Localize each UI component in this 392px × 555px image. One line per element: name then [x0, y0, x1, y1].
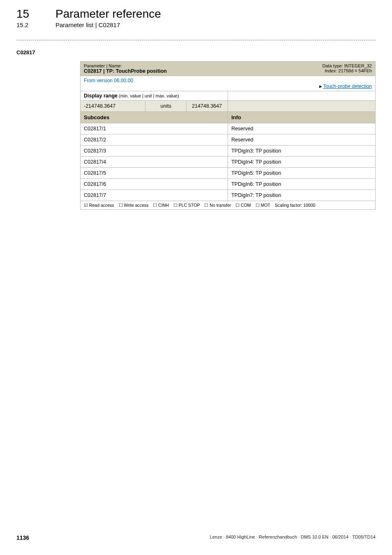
horizontal-rule [16, 40, 376, 40]
version-text: From version 06.00.00 [84, 78, 133, 83]
subcode-cell: C02817/2 [81, 134, 228, 146]
unit-value: units [145, 101, 187, 112]
plc-stop-flag: ☐ PLC STOP [173, 203, 200, 208]
footer-text: Lenze · 8400 HighLine · Referenzhandbuch… [210, 534, 376, 541]
touch-probe-link[interactable]: Touch-probe detection [323, 83, 372, 89]
info-cell: Reserved [228, 134, 375, 146]
table-row: C02817/7 TPDigIn7: TP position [81, 190, 376, 201]
cinh-flag: ☐ CINH [153, 203, 169, 208]
section-title: Parameter list | C02817 [55, 21, 120, 28]
info-cell: TPDigIn6: TP position [228, 179, 375, 190]
link-row: ▶Touch-probe detection [81, 83, 376, 91]
chapter-number: 15 [16, 7, 55, 21]
scaling-factor: Scaling factor: 10000 [275, 203, 316, 208]
mot-flag: ☐ MOT [256, 203, 270, 208]
table-row: C02817/6 TPDigIn6: TP position [81, 179, 376, 190]
page-number: 1136 [16, 534, 29, 541]
table-row: C02817/3 TPDigIn3: TP position [81, 146, 376, 157]
table-header-row: Parameter | Name: C02817 | TP: TouchProb… [81, 62, 376, 76]
info-cell: TPDigIn3: TP position [228, 146, 375, 157]
subcodes-label: Subcodes [81, 112, 228, 123]
chapter-line: 15 Parameter reference [16, 7, 392, 21]
access-footer-row: ☑ Read access ☐ Write access ☐ CINH ☐ PL… [81, 201, 376, 210]
parameter-code-heading: C02817 [16, 49, 392, 56]
subcodes-header-row: Subcodes Info [81, 112, 376, 123]
triangle-icon: ▶ [319, 84, 322, 88]
subcode-cell: C02817/5 [81, 168, 228, 179]
table-row: C02817/4 TPDigIn4: TP position [81, 157, 376, 168]
write-access-flag: ☐ Write access [119, 203, 149, 208]
subcode-cell: C02817/3 [81, 146, 228, 157]
com-flag: ☐ COM [235, 203, 251, 208]
sub-line: 15.2 Parameter list | C02817 [16, 21, 392, 28]
parameter-table: Parameter | Name: C02817 | TP: TouchProb… [80, 61, 376, 210]
empty-cell [228, 101, 375, 112]
subcode-cell: C02817/4 [81, 157, 228, 168]
access-flags: ☑ Read access ☐ Write access ☐ CINH ☐ PL… [84, 203, 372, 208]
min-value: -214748.3647 [81, 101, 145, 112]
parameter-name: C02817 | TP: TouchProbe position [84, 68, 167, 74]
data-type: Data type: INTEGER_32 [323, 63, 372, 68]
page-footer: 1136 Lenze · 8400 HighLine · Referenzhan… [16, 534, 376, 541]
parameter-label: Parameter | Name: [84, 63, 167, 68]
table-row: C02817/5 TPDigIn5: TP position [81, 168, 376, 179]
table-row: C02817/2 Reserved [81, 134, 376, 146]
info-cell: TPDigIn7: TP position [228, 190, 375, 201]
version-row: From version 06.00.00 [81, 76, 376, 84]
index-value: Index: 21758d = 54FEh [323, 68, 372, 73]
table-row: C02817/1 Reserved [81, 123, 376, 134]
display-range-header-row: Display range (min. value | unit | max. … [81, 91, 376, 101]
section-number: 15.2 [16, 21, 55, 28]
chapter-title: Parameter reference [55, 7, 161, 21]
subcode-cell: C02817/1 [81, 123, 228, 134]
read-access-flag: ☑ Read access [84, 203, 114, 208]
display-range-sublabel: (min. value | unit | max. value) [118, 93, 179, 98]
max-value: 214748.3647 [187, 101, 228, 112]
display-range-label: Display range [84, 93, 118, 99]
no-transfer-flag: ☐ No transfer [204, 203, 231, 208]
header-right: Data type: INTEGER_32 Index: 21758d = 54… [323, 63, 372, 73]
display-range-values-row: -214748.3647 units 214748.3647 [81, 101, 376, 112]
subcode-cell: C02817/6 [81, 179, 228, 190]
info-cell: TPDigIn4: TP position [228, 157, 375, 168]
empty-cell [228, 91, 375, 101]
page-header: 15 Parameter reference 15.2 Parameter li… [0, 0, 392, 28]
header-left: Parameter | Name: C02817 | TP: TouchProb… [84, 63, 167, 74]
info-cell: Reserved [228, 123, 375, 134]
info-label: Info [228, 112, 375, 123]
subcode-cell: C02817/7 [81, 190, 228, 201]
info-cell: TPDigIn5: TP position [228, 168, 375, 179]
